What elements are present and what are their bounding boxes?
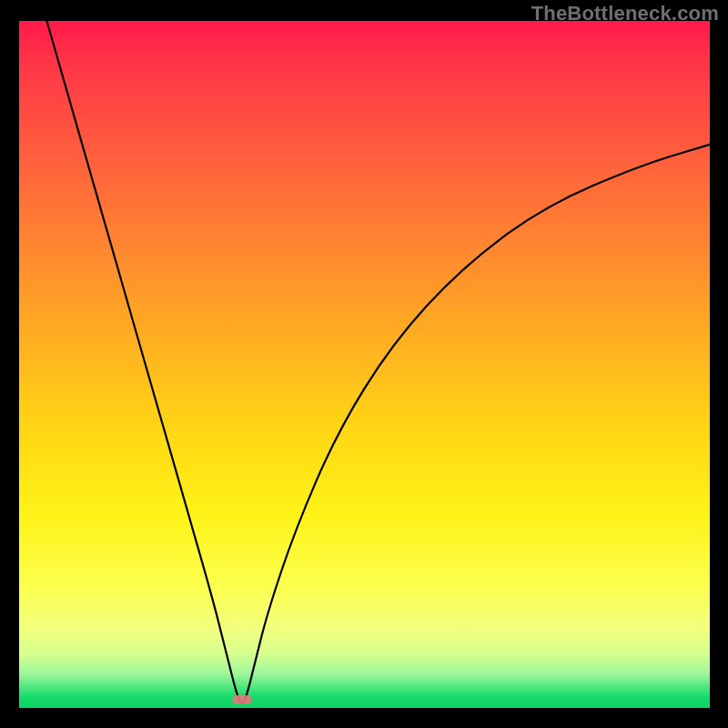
curve-path: [46, 21, 710, 703]
bottleneck-curve: [19, 21, 710, 708]
chart-frame: TheBottleneck.com: [0, 0, 728, 728]
plot-area: [19, 21, 710, 708]
optimal-marker: [232, 695, 252, 704]
